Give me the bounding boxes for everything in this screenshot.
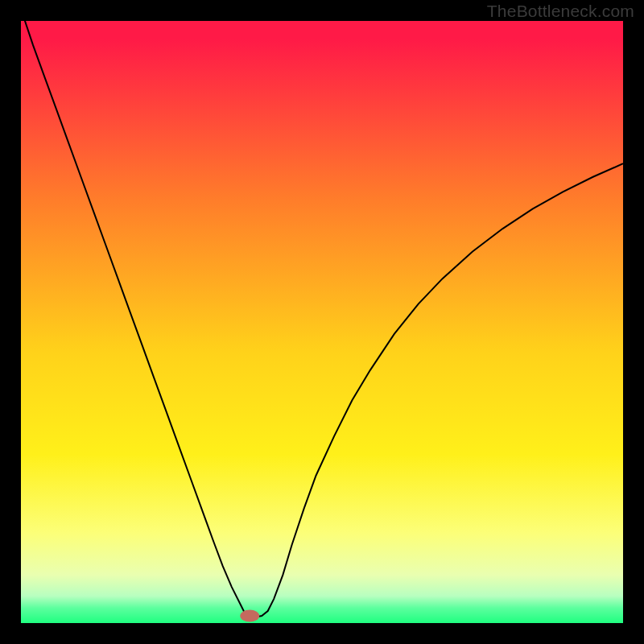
gradient-background	[21, 21, 623, 623]
bottleneck-chart	[21, 21, 623, 623]
optimal-point-marker	[240, 610, 259, 622]
plot-area	[21, 21, 623, 623]
chart-frame: TheBottleneck.com	[0, 0, 644, 644]
watermark-text: TheBottleneck.com	[487, 2, 634, 21]
